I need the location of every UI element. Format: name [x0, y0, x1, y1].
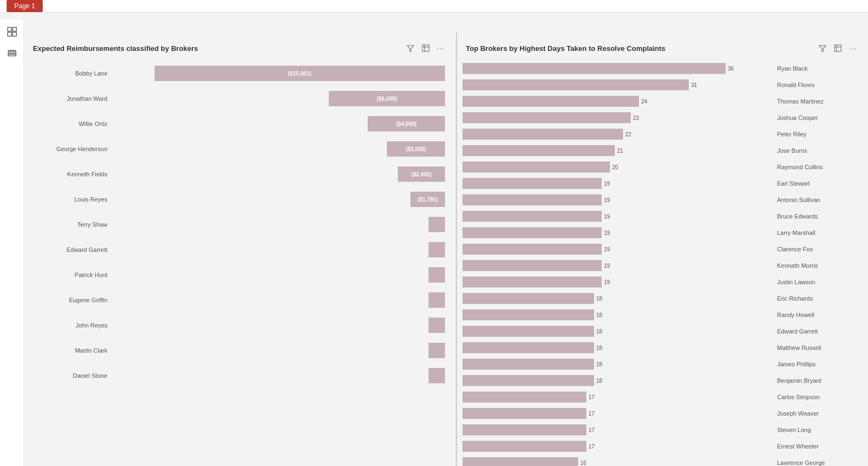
right-chart-row: 17 [462, 439, 772, 454]
right-panel-header: Top Brokers by Highest Days Taken to Res… [457, 42, 868, 61]
right-bar-wrap: 18 [462, 307, 772, 323]
right-bar [462, 227, 602, 238]
right-chart-row: 22 [462, 126, 772, 142]
right-bar-value: 19 [604, 181, 616, 187]
left-chart-row: Eugene Griffin [30, 287, 445, 313]
bar-container: ($2,442) [112, 162, 445, 187]
right-broker-name: Matthew Russell [775, 340, 863, 355]
right-chart-row: 24 [462, 94, 772, 109]
right-bar [462, 260, 602, 271]
grid-icon[interactable] [4, 24, 20, 39]
right-bar-value: 16 [580, 460, 592, 466]
broker-name-label: Kenneth Fields [30, 171, 112, 177]
right-expand-icon[interactable] [832, 42, 844, 54]
bar-container: ($3,000) [112, 136, 445, 162]
left-chart-row: Daniel Stone [30, 363, 445, 388]
right-bar-wrap: 18 [462, 356, 772, 372]
right-broker-name: Joshua Cooper [775, 110, 863, 125]
right-bar-value: 19 [604, 214, 616, 220]
right-bar-value: 31 [691, 82, 703, 88]
right-bar [462, 244, 602, 255]
right-bar [462, 309, 594, 320]
right-bar-wrap: 22 [462, 126, 772, 142]
bar-container [112, 313, 445, 338]
right-chart-row: 18 [462, 356, 772, 372]
right-bar-value: 18 [596, 329, 608, 335]
right-bar-value: 19 [604, 279, 616, 285]
broker-bar [429, 318, 445, 333]
broker-bar [429, 267, 445, 283]
right-bar [462, 457, 578, 466]
right-bar-wrap: 17 [462, 406, 772, 421]
right-bar-wrap: 19 [462, 192, 772, 208]
right-bar [462, 194, 602, 205]
right-bar [462, 359, 594, 370]
right-filter-icon[interactable] [816, 42, 829, 54]
right-broker-name: Larry Marshall [775, 225, 863, 240]
right-broker-name: Jose Burns [775, 143, 863, 158]
right-bar-wrap: 31 [462, 77, 772, 93]
svg-rect-12 [835, 45, 841, 51]
right-chart-row: 17 [462, 422, 772, 438]
left-filter-icon[interactable] [404, 42, 416, 54]
right-chart-row: 17 [462, 406, 772, 421]
right-broker-name: Randy Howell [775, 307, 863, 323]
right-chart-row: 19 [462, 209, 772, 224]
right-chart-row: 31 [462, 77, 772, 93]
left-panel-title: Expected Reimbursements classified by Br… [33, 44, 198, 53]
right-bar [462, 375, 594, 386]
right-bar-value: 22 [625, 131, 637, 137]
right-bar-wrap: 16 [462, 455, 772, 466]
right-more-icon[interactable]: ··· [847, 42, 859, 54]
right-broker-name: Justin Lawson [775, 274, 863, 290]
right-chart-row: 18 [462, 291, 772, 306]
bar-container [112, 287, 445, 313]
right-bar [462, 277, 602, 287]
bar-container [112, 262, 445, 287]
right-bar-value: 20 [612, 164, 624, 170]
left-more-icon[interactable]: ··· [435, 42, 447, 54]
broker-bar: ($15,001) [155, 66, 445, 81]
broker-bar: ($2,442) [398, 166, 445, 182]
right-chart-row: 18 [462, 340, 772, 355]
right-bar-value: 18 [596, 345, 608, 351]
right-bar-value: 19 [604, 230, 616, 236]
right-bar-wrap: 18 [462, 373, 772, 388]
right-bar-wrap: 17 [462, 439, 772, 454]
right-bar [462, 96, 639, 107]
right-broker-name: Peter Riley [775, 126, 863, 142]
left-panel-header: Expected Reimbursements classified by Br… [24, 42, 456, 61]
left-panel-icons: ··· [404, 42, 447, 54]
right-broker-name: Kenneth Morris [775, 258, 863, 273]
broker-bar: ($4,000) [368, 116, 445, 131]
right-panel-title: Top Brokers by Highest Days Taken to Res… [466, 44, 665, 53]
right-bar [462, 211, 602, 222]
right-bar [462, 112, 631, 123]
right-bar-wrap: 18 [462, 324, 772, 339]
right-chart-row: 21 [462, 143, 772, 158]
right-broker-name: Ryan Black [775, 61, 863, 76]
right-bar-value: 18 [596, 296, 608, 302]
left-expand-icon[interactable] [420, 42, 432, 54]
right-broker-name: Raymond Collins [775, 159, 863, 175]
right-bar [462, 293, 594, 304]
bar-container [112, 237, 445, 262]
right-chart-row: 19 [462, 274, 772, 290]
broker-name-label: Edward Garrett [30, 246, 112, 253]
right-bar-value: 18 [596, 312, 608, 318]
main-content: Expected Reimbursements classified by Br… [24, 32, 868, 466]
broker-name-label: Patrick Hunt [30, 272, 112, 278]
right-panel-icons: ··· [816, 42, 859, 54]
left-chart-row: Willie Ortiz($4,000) [30, 111, 445, 136]
right-bar-value: 18 [596, 378, 608, 384]
right-bar-wrap: 20 [462, 159, 772, 175]
svg-rect-3 [13, 32, 16, 36]
layers-icon[interactable] [4, 46, 20, 61]
right-bar-value: 24 [641, 99, 653, 105]
active-tab[interactable]: Page 1 [7, 0, 43, 12]
right-bar-value: 36 [728, 66, 740, 72]
svg-marker-7 [407, 45, 414, 51]
broker-name-label: Daniel Stone [30, 372, 112, 379]
right-bar [462, 342, 594, 353]
broker-name-label: Bobby Lane [30, 70, 112, 77]
